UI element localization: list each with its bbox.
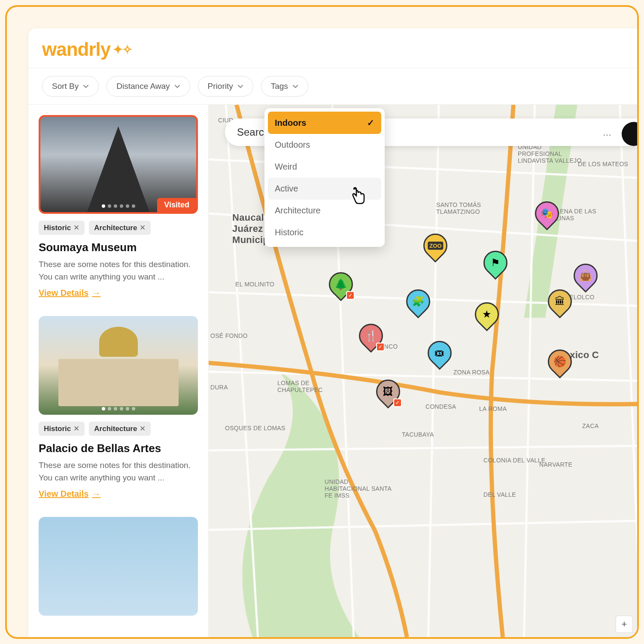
easel-icon: 🖼 bbox=[383, 386, 393, 398]
destination-card: Historic✕ Architecture✕ Palacio de Bella… bbox=[39, 316, 198, 499]
dropdown-item-active[interactable]: Active bbox=[268, 178, 381, 200]
filter-priority[interactable]: Priority bbox=[198, 76, 253, 97]
filter-sort-by[interactable]: Sort By bbox=[42, 76, 99, 97]
shopping-bag-icon: 👜 bbox=[579, 270, 592, 282]
content-area: Visited Historic✕ Architecture✕ Soumaya … bbox=[28, 105, 637, 637]
header: wandrly ✦✧ bbox=[28, 28, 637, 68]
remove-tag-icon[interactable]: ✕ bbox=[73, 223, 79, 232]
puzzle-icon: 🧩 bbox=[412, 295, 425, 307]
theater-mask-icon: 🎭 bbox=[541, 207, 553, 219]
sparkle-icon: ✦✧ bbox=[113, 43, 132, 57]
visited-check-icon: ✓ bbox=[376, 343, 385, 351]
map-pin-zoo[interactable]: ZOO bbox=[423, 234, 447, 263]
tag-chip[interactable]: Historic✕ bbox=[39, 221, 85, 235]
map-pin-basketball[interactable]: 🏀 bbox=[548, 349, 572, 379]
card-title: Soumaya Museum bbox=[39, 241, 198, 254]
food-icon: 🍴 bbox=[365, 330, 377, 342]
arrow-right-icon: → bbox=[92, 489, 100, 499]
map-pin-theater-mask[interactable]: 🎭 bbox=[535, 201, 559, 231]
ticket-icon: 🎟 bbox=[434, 347, 445, 359]
destination-card bbox=[39, 517, 198, 616]
zoom-in-button[interactable]: + bbox=[616, 616, 633, 633]
tag-chip[interactable]: Architecture✕ bbox=[89, 221, 151, 235]
star-icon: ★ bbox=[482, 308, 492, 320]
filter-distance[interactable]: Distance Away bbox=[106, 76, 190, 97]
destination-card: Visited Historic✕ Architecture✕ Soumaya … bbox=[39, 115, 198, 298]
card-image[interactable] bbox=[39, 316, 198, 415]
map-pin-museum[interactable]: 🏛 bbox=[548, 289, 572, 319]
dropdown-item-architecture[interactable]: Architecture bbox=[268, 200, 381, 222]
carousel-dots[interactable] bbox=[102, 204, 135, 208]
remove-tag-icon[interactable]: ✕ bbox=[140, 424, 146, 433]
remove-tag-icon[interactable]: ✕ bbox=[73, 424, 79, 433]
tag-chip[interactable]: Architecture✕ bbox=[89, 422, 151, 436]
visited-check-icon: ✓ bbox=[393, 398, 402, 407]
brand-name: wandrly bbox=[42, 39, 110, 60]
visited-badge: Visited bbox=[157, 198, 196, 212]
card-tags: Historic✕ Architecture✕ bbox=[39, 221, 198, 235]
dropdown-item-indoors[interactable]: Indoors ✓ bbox=[268, 112, 381, 134]
dropdown-item-historic[interactable]: Historic bbox=[268, 222, 381, 243]
tree-icon: 🌲 bbox=[334, 278, 347, 290]
dropdown-item-outdoors[interactable]: Outdoors bbox=[268, 134, 381, 156]
filter-bar: Sort By Distance Away Priority Tags bbox=[28, 68, 637, 105]
card-title: Palacio de Bellas Artes bbox=[39, 442, 198, 455]
destination-list[interactable]: Visited Historic✕ Architecture✕ Soumaya … bbox=[28, 105, 209, 637]
card-image[interactable]: Visited bbox=[39, 115, 198, 214]
map-pin-ticket[interactable]: 🎟 bbox=[428, 341, 452, 370]
map-pin-easel[interactable]: 🖼✓ bbox=[376, 380, 400, 409]
map-pin-food[interactable]: 🍴✓ bbox=[359, 324, 383, 353]
card-notes: These are some notes for this destinatio… bbox=[39, 459, 198, 484]
filter-tags[interactable]: Tags bbox=[261, 76, 308, 97]
card-image[interactable] bbox=[39, 517, 198, 616]
brand-logo[interactable]: wandrly ✦✧ bbox=[42, 39, 623, 60]
map-pin-star[interactable]: ★ bbox=[475, 302, 499, 331]
card-tags: Historic✕ Architecture✕ bbox=[39, 422, 198, 436]
map[interactable]: CiudNaucalpan de Juárez MunicipUNIDAD PR… bbox=[209, 105, 637, 637]
map-pin-shopping-bag[interactable]: 👜 bbox=[574, 264, 598, 293]
arrow-right-icon: → bbox=[92, 288, 100, 298]
visited-check-icon: ✓ bbox=[346, 291, 355, 300]
chevron-down-icon bbox=[174, 83, 180, 89]
view-details-link[interactable]: View Details → bbox=[39, 288, 100, 298]
chevron-down-icon bbox=[83, 83, 89, 89]
flag-icon: ⚑ bbox=[491, 257, 500, 269]
app-window: wandrly ✦✧ Sort By Distance Away Priorit… bbox=[28, 28, 637, 637]
zoo-icon: ZOO bbox=[428, 242, 443, 250]
basketball-icon: 🏀 bbox=[553, 355, 566, 368]
map-pin-tree[interactable]: 🌲✓ bbox=[329, 272, 353, 301]
carousel-dots[interactable] bbox=[102, 407, 135, 410]
chevron-down-icon bbox=[292, 83, 298, 89]
view-details-link[interactable]: View Details → bbox=[39, 489, 100, 499]
check-icon: ✓ bbox=[367, 118, 374, 128]
app-frame: wandrly ✦✧ Sort By Distance Away Priorit… bbox=[5, 5, 639, 639]
museum-icon: 🏛 bbox=[555, 295, 565, 307]
tags-dropdown: Indoors ✓ Outdoors Weird Active Architec… bbox=[264, 108, 385, 247]
remove-tag-icon[interactable]: ✕ bbox=[140, 223, 146, 232]
tag-chip[interactable]: Historic✕ bbox=[39, 422, 85, 436]
card-notes: These are some notes for this destinatio… bbox=[39, 258, 198, 283]
chevron-down-icon bbox=[237, 83, 243, 89]
map-pin-flag[interactable]: ⚑ bbox=[483, 251, 507, 280]
map-pin-puzzle[interactable]: 🧩 bbox=[406, 289, 430, 319]
dropdown-item-weird[interactable]: Weird bbox=[268, 156, 381, 178]
